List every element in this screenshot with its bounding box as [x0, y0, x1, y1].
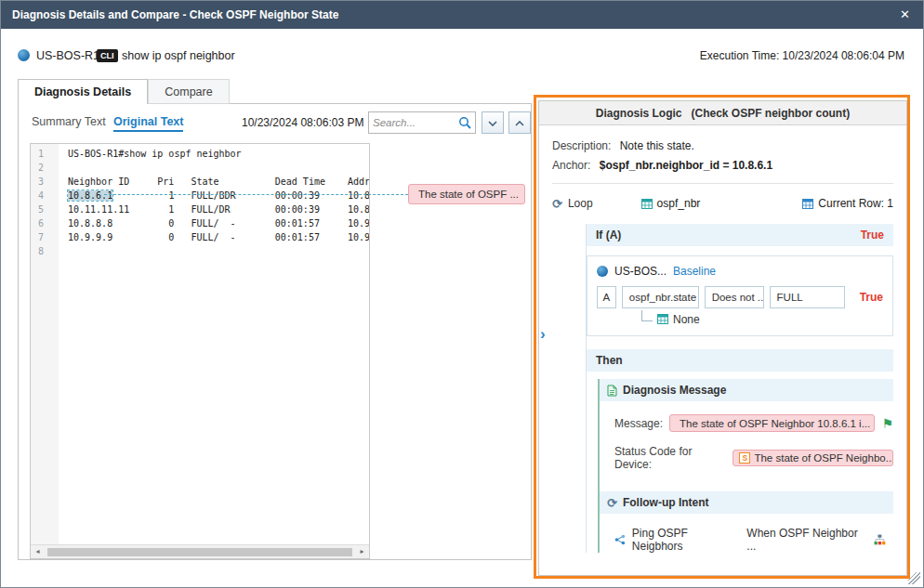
- anchor-value: $ospf_nbr.neighbor_id = 10.8.6.1: [600, 159, 772, 172]
- note-text: The state of OSPF ...: [418, 189, 519, 200]
- horizontal-scrollbar[interactable]: ◂ ▸: [31, 544, 369, 558]
- tab-diagnosis-details[interactable]: Diagnosis Details: [18, 79, 148, 104]
- code-line: 7 10.9.9.9 0 FULL/ - 00:01:57 10.99: [31, 230, 369, 244]
- intent-condition-group: When OSPF Neighbor ...: [746, 527, 886, 553]
- code-viewer[interactable]: 1 US-BOS-R1#show ip ospf neighbor 2 3 Ne…: [30, 143, 370, 559]
- diagnosis-dialog: Diagnosis Details and Compare - Check OS…: [0, 0, 924, 588]
- line-number: 4: [31, 189, 59, 203]
- status-code-text: The state of OSPF Neighbo...: [754, 452, 893, 464]
- code-line: 6 10.8.8.8 0 FULL/ - 00:01:57 10.99: [31, 216, 369, 230]
- message-text: The state of OSPF Neighbor 10.8.6.1 i...: [680, 418, 870, 429]
- dialog-titlebar: Diagnosis Details and Compare - Check OS…: [1, 1, 923, 29]
- code-line: 1 US-BOS-R1#show ip ospf neighbor: [31, 147, 369, 161]
- search-icon[interactable]: [458, 116, 471, 129]
- chevron-down-icon: [488, 121, 497, 126]
- line-text: [59, 161, 68, 175]
- tree-elbow: [641, 310, 653, 321]
- none-row: None: [641, 310, 883, 326]
- follow-up-intent-header: ⟳ Follow-up Intent: [600, 491, 893, 514]
- flag-icon[interactable]: ⚑: [881, 416, 893, 431]
- line-text: 10.8.8.8 0 FULL/ - 00:01:57 10.99: [59, 216, 370, 230]
- description-row: Description: Note this state.: [552, 139, 893, 152]
- line-number: 2: [31, 161, 59, 175]
- line-text: [59, 244, 68, 258]
- loop-row: ⟳ Loop ospf_nbr Current Row: 1: [552, 190, 893, 216]
- intent-condition: When OSPF Neighbor ...: [746, 527, 868, 553]
- current-row-indicator: Current Row: 1: [802, 197, 893, 210]
- then-label: Then: [596, 354, 623, 367]
- condition-id-box[interactable]: A: [597, 286, 616, 308]
- diagnosis-details-panel: Summary Text Original Text 10/23/2024 08…: [18, 103, 532, 560]
- panel-collapse-icon[interactable]: ›: [540, 325, 546, 344]
- code-line: 3 Neighbor ID Pri State Dead Time Addre: [31, 175, 369, 189]
- table-icon: [641, 199, 653, 209]
- follow-up-icon: ⟳: [607, 496, 617, 510]
- condition-operator-box[interactable]: Does not ...: [705, 286, 764, 308]
- intent-name[interactable]: Ping OSPF Neigbhors: [632, 527, 740, 553]
- condition-value-box[interactable]: FULL: [770, 286, 845, 308]
- message-label: Message:: [614, 417, 663, 430]
- description-value: Note this state.: [620, 139, 694, 152]
- cli-badge: CLI: [97, 49, 118, 62]
- status-code-badge[interactable]: S The state of OSPF Neighbo...: [733, 450, 893, 466]
- current-row-text: Current Row: 1: [818, 197, 893, 210]
- resize-handle[interactable]: [908, 572, 920, 584]
- capture-timestamp: 10/23/2024 08:06:03 PM: [242, 116, 363, 129]
- line-number: 8: [31, 244, 59, 258]
- condition-variable-box[interactable]: ospf_nbr.state: [622, 286, 699, 308]
- summary-text-link[interactable]: Summary Text: [32, 115, 106, 128]
- search-box: [368, 111, 476, 134]
- baseline-link[interactable]: Baseline: [673, 265, 716, 278]
- message-doc-icon: [607, 385, 617, 397]
- anchor-row: Anchor: $ospf_nbr.neighbor_id = 10.8.6.1: [552, 159, 893, 172]
- device-icon: [18, 49, 30, 61]
- code-line: 2: [31, 161, 369, 175]
- loop-variable-name: ospf_nbr: [657, 197, 701, 210]
- code-line: 8: [31, 244, 369, 258]
- scrollbar-thumb[interactable]: [47, 548, 352, 556]
- highlighted-value[interactable]: 10.8.6.1: [68, 190, 112, 201]
- line-number: 3: [31, 175, 59, 189]
- follow-up-title: Follow-up Intent: [623, 496, 709, 509]
- search-input[interactable]: [373, 113, 456, 132]
- chevron-up-icon: [515, 121, 524, 126]
- execution-time: Execution Time: 10/23/2024 08:06:04 PM: [700, 49, 904, 62]
- line-number: 6: [31, 216, 59, 230]
- close-icon[interactable]: ✕: [900, 1, 910, 29]
- message-row: Message: The state of OSPF Neighbor 10.8…: [614, 414, 893, 432]
- decision-tree-icon[interactable]: [874, 534, 886, 545]
- device-icon: [597, 266, 608, 277]
- diagnosis-message-header: Diagnosis Message: [600, 379, 893, 401]
- loop-icon: ⟳: [552, 197, 562, 211]
- tab-compare[interactable]: Compare: [148, 79, 230, 104]
- divider: [552, 183, 893, 184]
- logic-panel-header: Diagnosis Logic (Check OSPF neighbor cou…: [539, 101, 906, 125]
- condition-device-row: US-BOS... Baseline: [597, 265, 883, 278]
- line-text: 10.9.9.9 0 FULL/ - 00:01:57 10.99: [59, 230, 370, 244]
- scroll-left-icon[interactable]: ◂: [31, 545, 45, 558]
- diagnosis-message-title: Diagnosis Message: [623, 384, 726, 397]
- cli-command: show ip ospf neighbor: [122, 49, 235, 62]
- line-number: 1: [31, 147, 59, 161]
- logic-title: Diagnosis Logic: [596, 107, 682, 120]
- intent-icon: [614, 534, 626, 545]
- code-line-highlighted: 4 10.8.6.1 1 FULL/BDR 00:00:39 10.8.: [31, 189, 369, 203]
- if-header: If (A) True: [587, 224, 893, 246]
- loop-variable[interactable]: ospf_nbr: [641, 197, 701, 210]
- line-text: US-BOS-R1#show ip ospf neighbor: [59, 147, 242, 161]
- code-line: 5 10.11.11.11 1 FULL/DR 00:00:39 10.8.: [31, 203, 369, 216]
- none-label: None: [673, 313, 700, 326]
- prev-match-button[interactable]: [508, 111, 531, 134]
- device-name: US-BOS-R1: [36, 49, 99, 62]
- then-body: Diagnosis Message Message: The state of …: [598, 379, 893, 553]
- next-match-button[interactable]: [482, 111, 504, 134]
- if-label: If (A): [596, 229, 621, 242]
- scroll-right-icon[interactable]: ▸: [355, 545, 369, 558]
- anchor-label: Anchor:: [552, 159, 590, 172]
- line-number: 5: [31, 203, 59, 216]
- intent-row: Ping OSPF Neigbhors When OSPF Neighbor .…: [614, 527, 886, 553]
- diagnosis-note-badge[interactable]: The state of OSPF ...: [408, 184, 525, 204]
- message-badge[interactable]: The state of OSPF Neighbor 10.8.6.1 i...: [669, 414, 875, 432]
- status-code-icon: S: [739, 452, 750, 464]
- original-text-link[interactable]: Original Text: [113, 115, 183, 132]
